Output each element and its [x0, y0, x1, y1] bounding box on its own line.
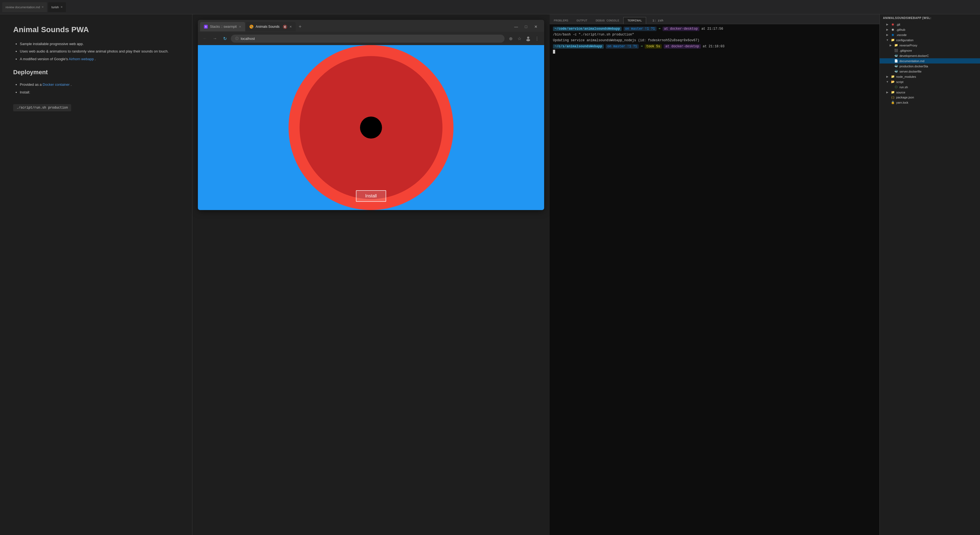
- tree-item-gitignore[interactable]: ⬛ .gitignore: [880, 48, 980, 53]
- address-text: localhost: [241, 37, 255, 41]
- tree-item-run-sh[interactable]: ⬡ run.sh: [880, 84, 980, 90]
- tree-label-configuration: configuration: [896, 38, 913, 42]
- doc-bullets: Sample installable progressive web app. …: [13, 41, 179, 62]
- configuration-folder-icon: 📁: [891, 38, 895, 42]
- tree-label-git: .git: [896, 23, 900, 26]
- tree-item-node-modules[interactable]: ▶ 📁 node_modules: [880, 74, 980, 79]
- tree-item-vscode[interactable]: ▶ ◉ .vscode: [880, 32, 980, 37]
- browser-tab-animals[interactable]: 🐾 Animals Sounds 🔇 ✕: [246, 22, 296, 31]
- reverseProxy-folder-icon: 📁: [894, 43, 898, 47]
- tab-instance[interactable]: 1: zsh: [648, 17, 668, 24]
- tree-item-package-json[interactable]: { } package.json: [880, 95, 980, 100]
- term-cursor: [553, 50, 555, 54]
- tree-item-prod-docker[interactable]: 🐳 production.dockerSta: [880, 64, 980, 69]
- animal-circle-outer[interactable]: [288, 45, 453, 210]
- tree-label-source: source: [896, 91, 905, 94]
- term-arrow-1: ➜: [659, 27, 660, 31]
- browser-tab-animals-close[interactable]: ✕: [290, 25, 292, 29]
- tab-terminal[interactable]: TERMINAL: [623, 17, 646, 24]
- chevron-right-icon-3: ▶: [885, 33, 889, 36]
- new-tab-button[interactable]: +: [296, 23, 304, 30]
- animal-circle-inner: [299, 56, 442, 199]
- github-folder-icon: ◉: [891, 28, 895, 31]
- bullet-3-prefix: A modified version of Google's: [20, 57, 69, 61]
- tree-label-run-sh: run.sh: [899, 86, 908, 89]
- reload-button[interactable]: ↻: [221, 35, 229, 42]
- animal-circle-dot: [360, 116, 382, 139]
- term-line-4: ~/c/s/animalsoundsWebapp on master !1 ?1…: [553, 44, 876, 49]
- tree-label-script: script: [896, 80, 903, 84]
- term-path-1: ~/code/service/animalsoundsWebapp: [553, 27, 622, 31]
- forward-button[interactable]: →: [211, 35, 219, 42]
- tab-output[interactable]: OUTPUT: [573, 17, 592, 24]
- docker-container-link[interactable]: Docker container: [43, 83, 71, 87]
- add-to-reading-list-button[interactable]: ⊕: [507, 35, 514, 42]
- yarn-lock-file-icon: 🔒: [891, 100, 895, 104]
- run-sh-file-icon: ⬡: [894, 85, 898, 89]
- tree-label-node-modules: node_modules: [896, 75, 916, 78]
- dev-docker-file-icon: 🐳: [894, 54, 898, 57]
- term-time-2: at 21:18:03: [703, 45, 724, 48]
- tree-item-dev-docker[interactable]: 🐳 development.dockerC: [880, 53, 980, 58]
- chevron-right-icon-5: ▶: [885, 75, 889, 78]
- tree-item-configuration[interactable]: ▼ 📁 configuration: [880, 37, 980, 43]
- source-folder-icon: 📁: [891, 91, 895, 94]
- browser-tab-stacks[interactable]: S Stacks :: swarmpit ✕: [200, 22, 245, 31]
- tree-item-source[interactable]: ▶ 📁 source: [880, 90, 980, 95]
- gitignore-file-icon: ⬛: [894, 49, 898, 52]
- chevron-down-icon: ▼: [885, 38, 889, 41]
- minimize-button[interactable]: —: [512, 23, 520, 30]
- term-arrow-2: ➜: [641, 45, 643, 48]
- bullet-1-text: Sample installable progressive web app.: [20, 42, 84, 46]
- tab-review-doc[interactable]: review documentation.md ✕: [2, 2, 47, 12]
- tree-item-yarn-lock[interactable]: 🔒 yarn.lock: [880, 100, 980, 105]
- tab-turish-close[interactable]: ✕: [60, 5, 63, 8]
- tree-item-script[interactable]: ▼ 📂 script: [880, 79, 980, 84]
- doc-title: Animal Sounds PWA: [13, 25, 179, 34]
- term-cmd-text: /bin/bash -c "./script/run.sh production…: [553, 33, 634, 37]
- chevron-right-icon-6: ▶: [885, 91, 889, 94]
- tree-item-server-docker[interactable]: 🐳 server.dockerfile: [880, 69, 980, 74]
- back-button[interactable]: ←: [201, 35, 209, 42]
- tree-item-github[interactable]: ▶ ◉ .github: [880, 27, 980, 32]
- package-json-file-icon: { }: [891, 96, 895, 99]
- browser-tab-stacks-close[interactable]: ✕: [239, 25, 241, 29]
- tab-review-doc-close[interactable]: ✕: [41, 5, 44, 8]
- maximize-button[interactable]: □: [522, 23, 530, 30]
- term-path-2: ~/c/s/animalsoundsWebapp: [553, 44, 604, 49]
- install-button[interactable]: Install: [356, 190, 386, 202]
- doc-md-file-icon: 📄: [894, 59, 898, 63]
- tree-item-reverseProxy[interactable]: ▶ 📁 reverseProxy: [880, 43, 980, 48]
- bookmark-button[interactable]: ☆: [515, 35, 523, 42]
- tab-debug-console[interactable]: DEBUG CONSOLE: [592, 17, 623, 24]
- right-panel: PROBLEMS OUTPUT DEBUG CONSOLE TERMINAL 1…: [550, 14, 980, 535]
- vscode-top-bar: review documentation.md ✕ turish ✕: [0, 0, 980, 14]
- node-modules-folder-icon: 📁: [891, 75, 895, 78]
- git-folder-icon: ◉: [891, 22, 895, 26]
- browser-tab-bar: S Stacks :: swarmpit ✕ 🐾 Animals Sounds …: [198, 20, 544, 32]
- account-button[interactable]: [524, 35, 532, 42]
- close-window-button[interactable]: ✕: [532, 23, 540, 30]
- menu-button[interactable]: ⋮: [533, 35, 541, 42]
- browser-action-buttons: ⊕ ☆ ⋮: [507, 35, 541, 42]
- main-layout: Animal Sounds PWA Sample installable pro…: [0, 14, 980, 535]
- tree-item-doc-md[interactable]: 📄 documentation.md: [880, 58, 980, 64]
- tree-item-git[interactable]: ▶ ◉ .git: [880, 22, 980, 27]
- explorer-panel: ANIMALSOUNDSWEBAPP [WSL: ▶ ◉ .git ▶ ◉ .g…: [880, 14, 980, 535]
- browser-address-bar: ← → ↻ ⓘ localhost ⊕ ☆ ⋮: [198, 32, 544, 45]
- airhorn-link[interactable]: Airhorn webapp: [69, 57, 95, 61]
- tab-turish[interactable]: turish ✕: [48, 2, 66, 12]
- tab-review-doc-label: review documentation.md: [5, 5, 40, 9]
- tree-label-yarn-lock: yarn.lock: [896, 101, 908, 104]
- bullet-1: Sample installable progressive web app.: [20, 41, 179, 47]
- browser-tab-animals-label: Animals Sounds: [256, 25, 280, 29]
- term-at-1: at docker-desktop: [663, 27, 699, 31]
- terminal-content[interactable]: ~/code/service/animalsoundsWebapp on mas…: [550, 24, 880, 535]
- browser-content[interactable]: Install: [198, 45, 544, 210]
- explorer-header: ANIMALSOUNDSWEBAPP [WSL:: [880, 14, 980, 22]
- mute-icon[interactable]: 🔇: [283, 25, 287, 29]
- address-input[interactable]: ⓘ localhost: [231, 35, 504, 43]
- tab-problems[interactable]: PROBLEMS: [550, 17, 573, 24]
- term-line-1: ~/code/service/animalsoundsWebapp on mas…: [553, 26, 876, 32]
- install-command: ./script/run.sh production: [13, 104, 71, 111]
